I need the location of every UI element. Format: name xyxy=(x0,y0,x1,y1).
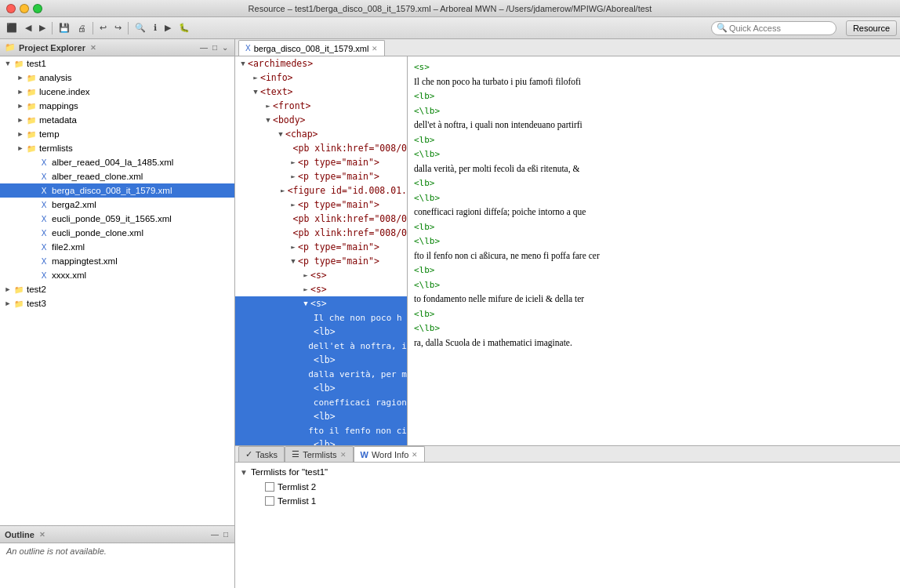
tree-item-temp[interactable]: ► 📁 temp xyxy=(0,127,234,141)
xml-node-archimedes[interactable]: ▼ <archimedes> xyxy=(235,56,407,71)
tree-item-mappings[interactable]: ► 📁 mappings xyxy=(0,99,234,113)
tab-termlists[interactable]: ☰ Termlists ✕ xyxy=(285,446,353,462)
toolbar-save[interactable]: 💾 xyxy=(56,20,73,37)
tree-item-termlists[interactable]: ► 📁 termlists xyxy=(0,141,234,155)
outline-title: Outline xyxy=(5,530,34,539)
xml-node-lb3[interactable]: <lb> xyxy=(235,381,407,395)
termlist-item-2[interactable]: Termlist 2 xyxy=(240,480,895,494)
xml-node-text3[interactable]: dalla verità, per m xyxy=(235,367,407,381)
tree-item-file2[interactable]: X file2.xml xyxy=(0,240,234,254)
xml-node-info[interactable]: ► <info> xyxy=(235,71,407,85)
maximize-panel-btn[interactable]: □ xyxy=(211,43,219,52)
tree-label-lucene: lucene.index xyxy=(38,87,90,96)
xml-node-figure[interactable]: ► <figure id="id.008.01. xyxy=(235,183,407,198)
close-panel-btn[interactable]: ⌄ xyxy=(220,43,230,52)
xml-arrow-p4: ► xyxy=(289,243,298,251)
tree-item-analysis[interactable]: ► 📁 analysis xyxy=(0,71,234,85)
tree-arrow-metadata: ► xyxy=(16,116,25,124)
toolbar-search[interactable]: 🔍 xyxy=(132,20,149,37)
xml-node-lb2[interactable]: <lb> xyxy=(235,353,407,367)
toolbar-redo[interactable]: ↪ xyxy=(111,20,125,37)
xml-tag-body: <body> xyxy=(273,114,306,125)
xml-node-p3[interactable]: ► <p type="main"> xyxy=(235,198,407,212)
xml-node-lb5[interactable]: <lb> xyxy=(235,437,407,445)
editor-tab-berga[interactable]: X berga_disco_008_it_1579.xml ✕ xyxy=(238,40,385,56)
xml-text-content1: Il che non poco h xyxy=(314,313,402,323)
xml-node-lb4[interactable]: <lb> xyxy=(235,409,407,423)
search-box[interactable]: 🔍 xyxy=(711,21,836,35)
toolbar-undo[interactable]: ↩ xyxy=(96,20,110,37)
tab-word-info-label: Word Info xyxy=(372,450,409,459)
termlist-1-label: Termlist 1 xyxy=(278,496,316,506)
tab-tasks[interactable]: ✓ Tasks xyxy=(238,446,285,462)
tree-item-berga[interactable]: X berga_disco_008_it_1579.xml xyxy=(0,183,234,198)
xml-node-text1[interactable]: Il che non poco h xyxy=(235,310,407,325)
file-icon-berga2: X xyxy=(38,199,50,210)
tab-word-info[interactable]: W Word Info ✕ xyxy=(354,446,426,462)
xml-node-p4[interactable]: ► <p type="main"> xyxy=(235,240,407,254)
termlist-1-checkbox[interactable] xyxy=(265,496,274,506)
xml-node-s2[interactable]: ► <s> xyxy=(235,282,407,296)
xml-node-pb1[interactable]: <pb xlink:href="008/0 xyxy=(235,141,407,155)
xml-node-text[interactable]: ▼ <text> xyxy=(235,85,407,99)
toolbar-debug[interactable]: 🐛 xyxy=(176,20,193,37)
search-input[interactable] xyxy=(729,24,831,33)
xml-node-p2[interactable]: ► <p type="main"> xyxy=(235,169,407,183)
xml-tag-s2: <s> xyxy=(310,284,327,295)
resource-button[interactable]: Resource xyxy=(846,20,897,36)
xml-node-s3[interactable]: ▼ <s> xyxy=(235,296,407,310)
xml-node-text2[interactable]: dell'et à noftra, i xyxy=(235,339,407,353)
folder-icon-mappings: 📁 xyxy=(25,100,38,111)
xml-node-chap[interactable]: ▼ <chap> xyxy=(235,127,407,141)
tree-item-metadata[interactable]: ► 📁 metadata xyxy=(0,113,234,127)
toolbar-forward[interactable]: ▶ xyxy=(36,20,49,37)
tree-label-mappingtest: mappingtest.xml xyxy=(50,256,118,266)
xml-node-pb3[interactable]: <pb xlink:href="008/0 xyxy=(235,226,407,240)
word-info-close-btn[interactable]: ✕ xyxy=(412,451,418,459)
xml-node-text5[interactable]: fto il fenfo non ci xyxy=(235,423,407,437)
minimize-panel-btn[interactable]: — xyxy=(198,43,209,52)
tree-item-mappingtest[interactable]: X mappingtest.xml xyxy=(0,254,234,268)
xml-node-pb2[interactable]: <pb xlink:href="008/0 xyxy=(235,212,407,226)
toolbar-print[interactable]: 🖨 xyxy=(74,20,89,37)
tree-label-eucli2: eucli_ponde_clone.xml xyxy=(50,228,143,238)
tab-close-btn[interactable]: ✕ xyxy=(372,45,378,53)
tree-item-test3[interactable]: ► 📁 test3 xyxy=(0,296,234,310)
toolbar-run[interactable]: ▶ xyxy=(161,20,174,37)
toolbar-back[interactable]: ◀ xyxy=(22,20,34,37)
tree-item-eucli2[interactable]: X eucli_ponde_clone.xml xyxy=(0,226,234,240)
xml-tree-pane: ▼ <archimedes> ► <info> ▼ <text> ► <fron… xyxy=(235,56,408,445)
xml-tag-lb5: <lb> xyxy=(314,439,336,445)
xml-node-s1[interactable]: ► <s> xyxy=(235,268,407,282)
outline-actions: — □ xyxy=(209,530,230,539)
xml-node-text4[interactable]: conefficaci ragion xyxy=(235,395,407,409)
xml-node-body[interactable]: ▼ <body> xyxy=(235,113,407,127)
termlists-close-btn[interactable]: ✕ xyxy=(340,451,347,459)
toolbar-info[interactable]: ℹ xyxy=(151,20,160,37)
close-button[interactable] xyxy=(6,4,16,13)
tree-label-eucli1: eucli_ponde_059_it_1565.xml xyxy=(50,214,172,223)
tree-item-eucli1[interactable]: X eucli_ponde_059_it_1565.xml xyxy=(0,212,234,226)
minimize-button[interactable] xyxy=(20,4,29,13)
tree-item-berga2[interactable]: X berga2.xml xyxy=(0,198,234,212)
xml-node-lb1[interactable]: <lb> xyxy=(235,325,407,339)
tree-item-test2[interactable]: ► 📁 test2 xyxy=(0,282,234,296)
tree-item-alber2[interactable]: X alber_reaed_clone.xml xyxy=(0,169,234,183)
tree-root-test1[interactable]: ▼ 📁 test1 xyxy=(0,56,234,71)
termlist-2-checkbox[interactable] xyxy=(265,482,274,492)
xml-node-p5[interactable]: ▼ <p type="main"> xyxy=(235,254,407,268)
outline-minimize-btn[interactable]: — xyxy=(209,530,220,539)
termlist-item-1[interactable]: Termlist 1 xyxy=(240,494,895,508)
maximize-button[interactable] xyxy=(33,4,42,13)
xml-node-front[interactable]: ► <front> xyxy=(235,99,407,113)
xml-node-p1[interactable]: ► <p type="main"> xyxy=(235,155,407,169)
main-container: 📁 Project Explorer ✕ — □ ⌄ ▼ 📁 test1 ► 📁… xyxy=(0,39,900,588)
tree-item-lucene[interactable]: ► 📁 lucene.index xyxy=(0,85,234,99)
tasks-icon: ✓ xyxy=(245,449,252,459)
toolbar-new[interactable]: ⬛ xyxy=(3,20,20,37)
tree-item-alber1[interactable]: X alber_reaed_004_la_1485.xml xyxy=(0,155,234,169)
tree-item-xxxx[interactable]: X xxxx.xml xyxy=(0,268,234,282)
outline-maximize-btn[interactable]: □ xyxy=(222,530,230,539)
termlist-header: ▼ Termlists for "test1" xyxy=(240,467,895,477)
tree-arrow-test2: ► xyxy=(3,285,13,293)
